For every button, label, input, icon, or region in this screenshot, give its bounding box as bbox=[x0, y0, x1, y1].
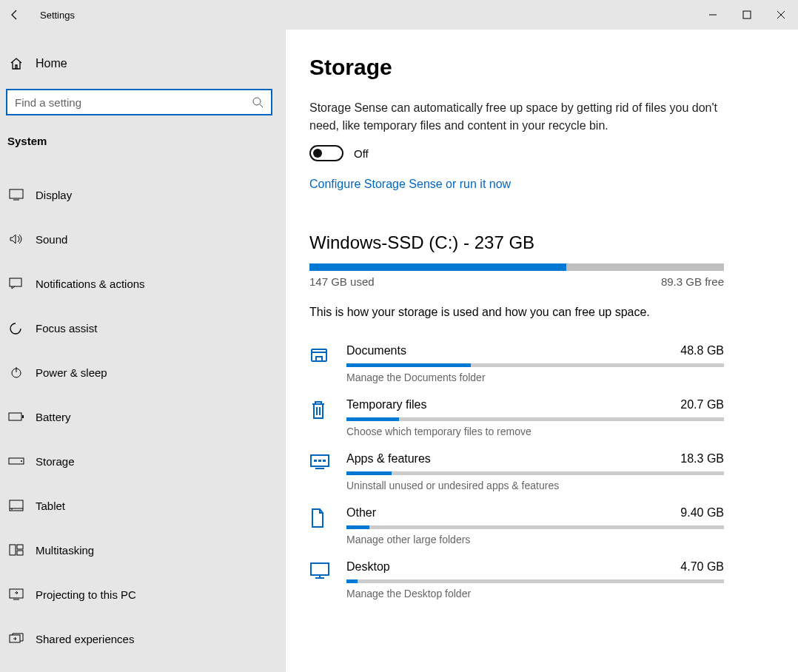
documents-icon bbox=[309, 344, 335, 383]
search-icon bbox=[252, 96, 264, 108]
category-row[interactable]: Other9.40 GBManage other large folders bbox=[309, 496, 724, 550]
category-row[interactable]: Documents48.8 GBManage the Documents fol… bbox=[309, 334, 724, 388]
category-name: Documents bbox=[346, 344, 406, 357]
svg-rect-1 bbox=[743, 11, 751, 19]
category-hint: Manage the Desktop folder bbox=[346, 588, 724, 599]
storage-sense-toggle[interactable] bbox=[309, 145, 343, 161]
svg-rect-11 bbox=[9, 413, 21, 420]
svg-rect-18 bbox=[10, 545, 16, 555]
nav-label: Projecting to this PC bbox=[36, 588, 136, 601]
maximize-button[interactable] bbox=[730, 0, 764, 30]
sidebar: Home System Display Sound Notifications … bbox=[0, 30, 286, 672]
svg-rect-12 bbox=[22, 415, 24, 418]
nav-list: Display Sound Notifications & actions Fo… bbox=[0, 172, 286, 661]
nav-focus-assist[interactable]: Focus assist bbox=[0, 306, 286, 350]
nav-tablet[interactable]: Tablet bbox=[0, 483, 286, 528]
home-icon bbox=[7, 56, 25, 71]
desktop-icon bbox=[309, 560, 335, 599]
nav-label: Sound bbox=[36, 233, 67, 246]
svg-rect-8 bbox=[10, 278, 21, 286]
svg-rect-25 bbox=[316, 357, 322, 361]
nav-battery[interactable]: Battery bbox=[0, 394, 286, 439]
apps-icon bbox=[309, 452, 335, 491]
category-bar bbox=[346, 579, 724, 583]
svg-rect-24 bbox=[312, 349, 326, 361]
category-name: Other bbox=[346, 506, 376, 520]
tablet-icon bbox=[7, 500, 25, 511]
nav-sound[interactable]: Sound bbox=[0, 217, 286, 261]
category-hint: Choose which temporary files to remove bbox=[346, 426, 724, 437]
nav-projecting[interactable]: Projecting to this PC bbox=[0, 572, 286, 616]
svg-point-4 bbox=[253, 98, 261, 105]
category-bar bbox=[346, 525, 724, 529]
search-input[interactable] bbox=[15, 96, 252, 109]
free-label: 89.3 GB free bbox=[661, 275, 724, 288]
svg-rect-19 bbox=[17, 545, 23, 549]
category-bar bbox=[346, 471, 724, 475]
search-box[interactable] bbox=[6, 89, 272, 115]
category-row[interactable]: Apps & features18.3 GBUninstall unused o… bbox=[309, 442, 724, 496]
used-label: 147 GB used bbox=[309, 275, 375, 288]
nav-label: Focus assist bbox=[36, 322, 97, 335]
nav-label: Battery bbox=[36, 411, 71, 423]
nav-label: Notifications & actions bbox=[36, 278, 145, 290]
svg-point-14 bbox=[21, 460, 22, 462]
home-nav[interactable]: Home bbox=[0, 49, 286, 78]
category-bar bbox=[346, 417, 724, 421]
category-row[interactable]: Temporary files20.7 GBChoose which tempo… bbox=[309, 388, 724, 442]
main-content: Storage Storage Sense can automatically … bbox=[286, 30, 798, 672]
category-size: 20.7 GB bbox=[680, 398, 724, 411]
category-name: Apps & features bbox=[346, 452, 431, 466]
svg-rect-20 bbox=[17, 551, 23, 555]
configure-link[interactable]: Configure Storage Sense or run it now bbox=[309, 178, 511, 191]
category-size: 48.8 GB bbox=[680, 344, 724, 357]
nav-display[interactable]: Display bbox=[0, 172, 286, 217]
usage-desc: This is how your storage is used and how… bbox=[309, 306, 768, 319]
page-title: Storage bbox=[309, 55, 768, 80]
nav-power-sleep[interactable]: Power & sleep bbox=[0, 350, 286, 394]
power-icon bbox=[7, 366, 25, 379]
nav-notifications[interactable]: Notifications & actions bbox=[0, 261, 286, 306]
svg-rect-30 bbox=[323, 460, 326, 462]
nav-multitasking[interactable]: Multitasking bbox=[0, 528, 286, 572]
minimize-button[interactable] bbox=[696, 0, 730, 30]
category-hint: Manage the Documents folder bbox=[346, 372, 724, 383]
svg-rect-31 bbox=[311, 563, 329, 575]
close-button[interactable] bbox=[764, 0, 798, 30]
shared-icon bbox=[7, 633, 25, 645]
nav-label: Tablet bbox=[36, 500, 65, 512]
display-icon bbox=[7, 189, 25, 201]
category-hint: Uninstall unused or undesired apps & fea… bbox=[346, 480, 724, 491]
nav-shared-exp[interactable]: Shared experiences bbox=[0, 616, 286, 661]
titlebar: Settings bbox=[0, 0, 798, 30]
multitask-icon bbox=[7, 544, 25, 556]
svg-rect-6 bbox=[10, 189, 23, 198]
file-icon bbox=[309, 506, 335, 545]
category-size: 4.70 GB bbox=[680, 560, 724, 574]
project-icon bbox=[7, 588, 25, 600]
category-size: 9.40 GB bbox=[680, 506, 724, 520]
svg-rect-21 bbox=[10, 589, 23, 598]
home-label: Home bbox=[36, 57, 67, 70]
drive-usage-bar bbox=[309, 263, 724, 271]
sound-icon bbox=[7, 233, 25, 245]
storage-sense-desc: Storage Sense can automatically free up … bbox=[309, 99, 724, 135]
category-bar bbox=[346, 363, 724, 367]
nav-label: Shared experiences bbox=[36, 633, 134, 645]
drive-title: Windows-SSD (C:) - 237 GB bbox=[309, 232, 768, 253]
category-name: Desktop bbox=[346, 560, 390, 574]
notifications-icon bbox=[7, 278, 25, 289]
nav-storage[interactable]: Storage bbox=[0, 439, 286, 483]
nav-label: Display bbox=[36, 189, 72, 201]
focus-icon bbox=[7, 320, 25, 335]
category-name: Temporary files bbox=[346, 398, 426, 411]
nav-label: Storage bbox=[36, 455, 75, 468]
storage-icon bbox=[7, 457, 25, 465]
category-row[interactable]: Desktop4.70 GBManage the Desktop folder bbox=[309, 550, 724, 604]
svg-line-5 bbox=[260, 104, 263, 107]
category-size: 18.3 GB bbox=[680, 452, 724, 466]
nav-label: Multitasking bbox=[36, 544, 94, 557]
category-hint: Manage other large folders bbox=[346, 534, 724, 545]
toggle-state-label: Off bbox=[354, 147, 369, 160]
back-button[interactable] bbox=[0, 0, 30, 30]
